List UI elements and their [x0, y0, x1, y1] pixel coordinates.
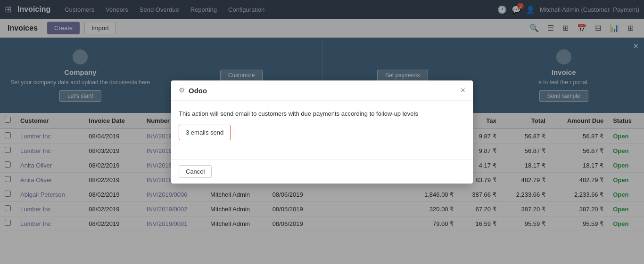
odoo-dialog: ⚙ Odoo × This action will send email to … — [171, 80, 473, 184]
modal-header-icon: ⚙ — [179, 86, 185, 95]
modal-message: This action will send email to customers… — [179, 110, 465, 117]
modal-header: ⚙ Odoo × — [171, 80, 473, 101]
modal-cancel-button[interactable]: Cancel — [179, 165, 212, 178]
modal-footer: Cancel — [171, 159, 473, 184]
modal-close-button[interactable]: × — [460, 86, 465, 95]
modal-body: This action will send email to customers… — [171, 101, 473, 159]
modal-overlay: ⚙ Odoo × This action will send email to … — [0, 0, 644, 231]
modal-title: Odoo — [189, 87, 460, 95]
modal-emails-info: 3 emails send — [179, 125, 231, 140]
